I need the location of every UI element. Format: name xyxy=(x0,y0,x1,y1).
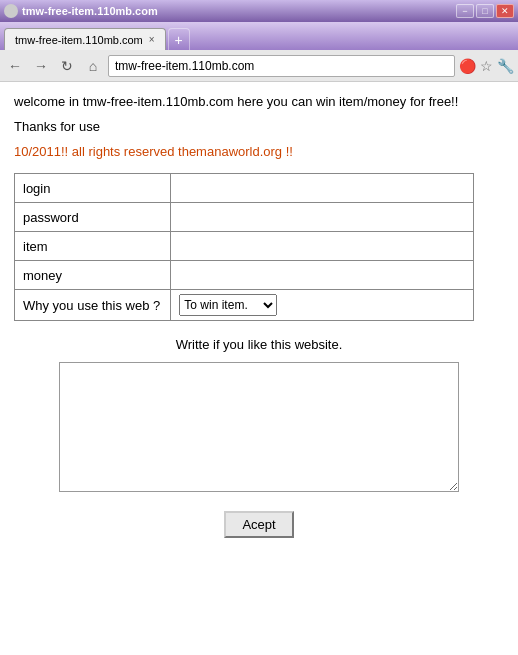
table-row: password xyxy=(15,203,474,232)
tab-close-icon[interactable]: × xyxy=(149,34,155,45)
title-bar-text: tmw-free-item.110mb.com xyxy=(22,5,158,17)
reason-select[interactable]: To win item. To win money. Other xyxy=(179,294,277,316)
title-bar: tmw-free-item.110mb.com − □ ✕ xyxy=(0,0,518,22)
address-bar[interactable]: tmw-free-item.110mb.com xyxy=(108,55,455,77)
textarea-wrapper xyxy=(59,362,459,495)
reddit-icon[interactable]: 🔴 xyxy=(459,58,476,74)
nav-icons: 🔴 ☆ 🔧 xyxy=(459,58,514,74)
why-label: Why you use this web ? xyxy=(15,290,171,321)
table-row: money xyxy=(15,261,474,290)
title-bar-left: tmw-free-item.110mb.com xyxy=(4,4,158,18)
tools-icon[interactable]: 🔧 xyxy=(497,58,514,74)
minimize-button[interactable]: − xyxy=(456,4,474,18)
login-label: login xyxy=(15,174,171,203)
money-input[interactable] xyxy=(179,265,465,285)
form-table: login password item money Why you use th… xyxy=(14,173,474,321)
home-button[interactable]: ⌂ xyxy=(82,55,104,77)
comment-textarea[interactable] xyxy=(59,362,459,492)
table-row: item xyxy=(15,232,474,261)
back-button[interactable]: ← xyxy=(4,55,26,77)
rights-text: 10/2011!! all rights reserved themanawor… xyxy=(14,144,504,159)
maximize-button[interactable]: □ xyxy=(476,4,494,18)
submit-button[interactable]: Acept xyxy=(224,511,293,538)
new-tab-button[interactable]: + xyxy=(168,28,190,50)
welcome-text: welcome in tmw-free-item.110mb.com here … xyxy=(14,94,504,109)
refresh-button[interactable]: ↻ xyxy=(56,55,78,77)
tab-0[interactable]: tmw-free-item.110mb.com × xyxy=(4,28,166,50)
browser-icon xyxy=(4,4,18,18)
table-row: Why you use this web ? To win item. To w… xyxy=(15,290,474,321)
address-text: tmw-free-item.110mb.com xyxy=(115,59,254,73)
submit-row: Acept xyxy=(14,511,504,538)
close-button[interactable]: ✕ xyxy=(496,4,514,18)
thanks-text: Thanks for use xyxy=(14,119,504,134)
tab-bar: tmw-free-item.110mb.com × + xyxy=(0,22,518,50)
password-input[interactable] xyxy=(179,207,465,227)
login-input[interactable] xyxy=(179,178,465,198)
write-label: Writte if you like this website. xyxy=(14,337,504,352)
nav-bar: ← → ↻ ⌂ tmw-free-item.110mb.com 🔴 ☆ 🔧 xyxy=(0,50,518,82)
page-content: welcome in tmw-free-item.110mb.com here … xyxy=(0,82,518,550)
password-label: password xyxy=(15,203,171,232)
bookmark-icon[interactable]: ☆ xyxy=(480,58,493,74)
forward-button[interactable]: → xyxy=(30,55,52,77)
table-row: login xyxy=(15,174,474,203)
title-bar-controls: − □ ✕ xyxy=(456,4,514,18)
tab-label: tmw-free-item.110mb.com xyxy=(15,34,143,46)
item-input[interactable] xyxy=(179,236,465,256)
item-label: item xyxy=(15,232,171,261)
money-label: money xyxy=(15,261,171,290)
